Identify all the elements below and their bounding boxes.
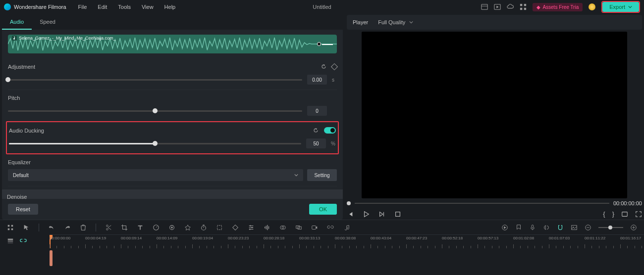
- unlink-icon[interactable]: [20, 237, 27, 244]
- denoise-section[interactable]: Denoise: [2, 189, 343, 199]
- media-icon[interactable]: [494, 3, 501, 10]
- zoom-slider[interactable]: [598, 227, 623, 228]
- redo-icon[interactable]: [64, 224, 71, 231]
- reset-icon[interactable]: [313, 127, 319, 134]
- ducking-slider[interactable]: [9, 143, 301, 144]
- svg-rect-5: [524, 4, 526, 6]
- menu-file[interactable]: File: [78, 4, 87, 10]
- svg-rect-9: [396, 212, 400, 216]
- fit-icon[interactable]: [216, 224, 223, 231]
- svg-rect-34: [8, 239, 13, 240]
- color-icon[interactable]: [168, 224, 175, 231]
- audio-bars-icon[interactable]: [264, 224, 270, 231]
- coin-icon[interactable]: [589, 3, 595, 10]
- timeline-clip[interactable]: [50, 250, 53, 266]
- brace-close-icon[interactable]: }: [612, 210, 614, 218]
- ruler-time-label: 00:01:11:22: [585, 236, 605, 240]
- track-content[interactable]: [50, 248, 644, 273]
- tab-speed[interactable]: Speed: [32, 15, 63, 30]
- group-icon[interactable]: [295, 224, 302, 231]
- text-icon[interactable]: [137, 224, 144, 231]
- svg-point-20: [250, 225, 251, 227]
- screenshot-icon[interactable]: [621, 211, 628, 218]
- cursor-icon[interactable]: [23, 224, 30, 231]
- ruler-time-label: 00:00:04:19: [85, 236, 106, 240]
- scrub-handle[interactable]: [347, 201, 351, 205]
- assets-badge[interactable]: ◆ Assets Free Tria: [533, 3, 583, 11]
- brace-open-icon[interactable]: {: [603, 210, 605, 218]
- prev-frame-icon[interactable]: [347, 211, 354, 218]
- play-icon[interactable]: [363, 211, 370, 218]
- adjustment-unit: s: [332, 77, 337, 83]
- reset-icon[interactable]: [321, 63, 327, 70]
- video-preview[interactable]: [362, 32, 627, 198]
- split-icon[interactable]: [105, 224, 112, 231]
- audio-clip-waveform[interactable]: Selena_Gomez_-_My_Mind_Me_CeeNaija.com_: [8, 35, 337, 53]
- svg-rect-11: [8, 225, 10, 227]
- track-layers-icon[interactable]: [7, 237, 14, 244]
- mic-icon[interactable]: [529, 224, 536, 231]
- render-icon[interactable]: [501, 224, 508, 231]
- link-icon[interactable]: [327, 224, 334, 231]
- svg-rect-6: [520, 8, 522, 10]
- timeline-ruler[interactable]: 00:00:00:0000:00:04:1900:00:09:1400:00:1…: [50, 234, 644, 248]
- adjustment-value[interactable]: 0.00: [307, 75, 327, 85]
- ruler-time-label: 00:00:33:13: [299, 236, 320, 240]
- zoom-out-icon[interactable]: [585, 224, 591, 231]
- quality-dropdown[interactable]: Full Quality: [378, 19, 413, 25]
- ducking-toggle[interactable]: [324, 127, 336, 134]
- audio-properties-panel: Audio Speed Selena_Gomez_-_My_Mind_Me_Ce…: [2, 15, 343, 220]
- timer-icon[interactable]: [200, 224, 207, 231]
- image-icon[interactable]: [571, 224, 578, 231]
- menu-view[interactable]: View: [142, 4, 154, 10]
- next-frame-icon[interactable]: [378, 211, 385, 218]
- cloud-icon[interactable]: [507, 3, 514, 10]
- pitch-value[interactable]: 0: [307, 106, 327, 116]
- equalizer-preset-dropdown[interactable]: Default: [8, 169, 303, 181]
- zoom-in-icon[interactable]: [630, 224, 637, 231]
- tab-audio[interactable]: Audio: [2, 15, 32, 30]
- apps-icon[interactable]: [520, 3, 527, 10]
- marker-icon[interactable]: [515, 224, 522, 231]
- layout-icon[interactable]: [481, 3, 488, 10]
- top-menubar: Wondershare Filmora File Edit Tools View…: [0, 0, 644, 14]
- adjustment-slider[interactable]: [8, 79, 302, 81]
- ducking-value[interactable]: 50: [306, 138, 326, 148]
- adjust-icon[interactable]: [248, 224, 255, 231]
- delete-icon[interactable]: [80, 224, 87, 231]
- keyframe-icon[interactable]: [331, 63, 338, 70]
- adjustment-label: Adjustment: [8, 64, 35, 70]
- crop-icon[interactable]: [121, 224, 128, 231]
- adjustment-section: Adjustment 0.00 s: [8, 58, 337, 90]
- fullscreen-icon[interactable]: [635, 211, 642, 218]
- ruler-time-label: 00:00:09:14: [121, 236, 142, 240]
- export-button[interactable]: Export: [602, 2, 639, 12]
- timeline-tracks: [0, 248, 644, 273]
- menu-edit[interactable]: Edit: [98, 4, 107, 10]
- keyframe-tool-icon[interactable]: [232, 224, 239, 231]
- menu-help[interactable]: Help: [164, 4, 176, 10]
- ruler-time-label: 00:00:57:13: [478, 236, 498, 240]
- audio-mix-icon[interactable]: [543, 224, 550, 231]
- selection-icon[interactable]: [7, 224, 14, 231]
- svg-marker-3: [497, 5, 499, 8]
- speed-icon[interactable]: [153, 224, 160, 231]
- ruler-time-label: 00:01:07:03: [549, 236, 570, 240]
- effects-icon[interactable]: [184, 224, 191, 231]
- ruler-time-label: 00:01:02:08: [513, 236, 534, 240]
- menu-tools[interactable]: Tools: [118, 4, 131, 10]
- music-icon[interactable]: [343, 224, 350, 231]
- equalizer-setting-button[interactable]: Setting: [307, 169, 337, 181]
- undo-icon[interactable]: [48, 224, 55, 231]
- mask-icon[interactable]: [279, 224, 286, 231]
- ok-button[interactable]: OK: [309, 204, 337, 215]
- svg-rect-10: [622, 212, 628, 216]
- pitch-slider[interactable]: [8, 110, 302, 112]
- snap-icon[interactable]: [557, 224, 564, 231]
- clip-end-marker[interactable]: [317, 42, 321, 46]
- stop-icon[interactable]: [394, 211, 401, 218]
- reset-button[interactable]: Reset: [8, 204, 38, 215]
- record-icon[interactable]: [311, 224, 318, 231]
- chevron-down-icon: [409, 20, 413, 24]
- scrub-track[interactable]: [355, 203, 609, 204]
